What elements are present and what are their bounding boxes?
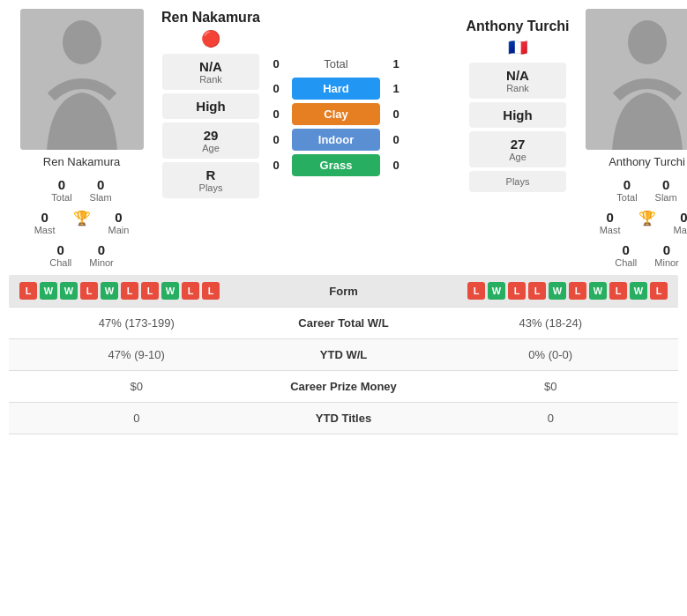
form-badge-l: L	[80, 282, 98, 300]
player1-stats: 0 Total 0 Slam 0 Mast 🏆 0 Main	[9, 175, 154, 268]
player2-age-value: 27	[469, 137, 566, 152]
player1-mast-label: Mast	[34, 225, 56, 235]
form-badge-l: L	[141, 282, 159, 300]
player2-slam: 0	[662, 177, 669, 192]
player2-mast: 0	[606, 210, 613, 225]
player1-name: Ren Nakamura	[43, 155, 120, 168]
player1-mast: 0	[41, 210, 48, 225]
total-row: 0 Total 1	[267, 57, 461, 71]
player1-plays-box: R Plays	[162, 162, 259, 198]
player1-slam-label: Slam	[90, 192, 112, 203]
clay-score2: 0	[387, 108, 405, 121]
player1-plays-value: R	[162, 167, 259, 182]
player1-total: 0	[58, 177, 65, 192]
player1-career-wl: 47% (173-199)	[9, 316, 265, 330]
form-badge-w: W	[40, 282, 57, 300]
form-badge-l: L	[202, 282, 220, 300]
player1-center-info: Ren Nakamura 🔴 N/A Rank High 29 Age R Pl…	[158, 9, 264, 268]
hard-score1: 0	[267, 82, 285, 95]
clay-row: 0 Clay 0	[267, 103, 461, 125]
clay-button[interactable]: Clay	[292, 103, 380, 125]
form-badge-l: L	[528, 282, 546, 300]
hard-row: 0 Hard 1	[267, 78, 461, 100]
player2-main: 0	[680, 210, 687, 225]
player1-main: 0	[115, 210, 122, 225]
player1-photo	[20, 9, 144, 150]
player1-age-box: 29 Age	[162, 122, 259, 159]
grass-button[interactable]: Grass	[292, 154, 380, 176]
player2-level-value: High	[469, 108, 566, 122]
form-badge-w: W	[60, 282, 78, 300]
player2-plays-box: Plays	[469, 171, 566, 192]
career-wl-label: Career Total W/L	[265, 316, 423, 330]
player2-main-label: Main	[674, 225, 688, 235]
indoor-button[interactable]: Indoor	[292, 129, 380, 151]
player1-minor-label: Minor	[89, 257, 114, 268]
form-badge-l: L	[19, 282, 37, 300]
player1-trophy-icon: 🏆	[73, 210, 91, 226]
player2-minor-label: Minor	[654, 257, 679, 268]
form-badge-w: W	[161, 282, 179, 300]
total-label: Total	[292, 57, 380, 71]
player2-total: 0	[624, 177, 631, 192]
form-badge-w: W	[630, 282, 647, 300]
player2-form-badges: LWLLWLWLWL	[388, 282, 668, 300]
form-section: LWWLWLLWLL Form LWLLWLWLWL	[9, 275, 678, 307]
player1-minor: 0	[98, 242, 105, 257]
player2-chall-label: Chall	[615, 257, 637, 268]
ytd-titles-label: YTD Titles	[265, 412, 423, 425]
svg-point-3	[628, 20, 667, 64]
player2-flag: 🇫🇷	[508, 38, 527, 57]
player2-center-info: Anthony Turchi 🇫🇷 N/A Rank High 27 Age P…	[465, 9, 571, 268]
player1-age-value: 29	[162, 128, 259, 143]
player1-total-label: Total	[51, 192, 71, 203]
player1-heading: Ren Nakamura	[161, 9, 260, 26]
player2-age-box: 27 Age	[469, 131, 566, 167]
player1-rank-box: N/A Rank	[162, 54, 259, 90]
ytd-wl-label: YTD W/L	[265, 348, 423, 361]
player2-minor: 0	[663, 242, 670, 257]
player1-plays-label: Plays	[162, 182, 259, 193]
player1-form-badges: LWWLWLLWLL	[19, 282, 300, 300]
total-score1: 0	[267, 57, 285, 71]
player2-trophy-icon: 🏆	[638, 210, 656, 226]
ytd-titles-row: 0 YTD Titles 0	[9, 403, 678, 434]
player1-rank-value: N/A	[162, 59, 259, 74]
player1-ytd-titles: 0	[9, 412, 265, 425]
player2-level-box: High	[469, 102, 566, 128]
player1-flag: 🔴	[201, 29, 220, 48]
form-badge-l: L	[650, 282, 668, 300]
prize-money-label: Career Prize Money	[265, 380, 423, 393]
grass-score2: 0	[387, 159, 405, 172]
ytd-wl-row: 47% (9-10) YTD W/L 0% (0-0)	[9, 339, 678, 371]
form-badge-l: L	[182, 282, 199, 300]
form-badge-w: W	[589, 282, 607, 300]
player1-level-value: High	[162, 99, 259, 114]
hard-score2: 1	[387, 82, 405, 95]
player1-prize-money: $0	[9, 380, 265, 393]
player2-mast-label: Mast	[600, 225, 621, 235]
player2-slam-label: Slam	[655, 192, 677, 203]
total-score2: 1	[387, 57, 405, 71]
player1-rank-label: Rank	[162, 74, 259, 85]
player2-age-label: Age	[469, 152, 566, 162]
svg-point-1	[63, 20, 101, 64]
surfaces-area: 0 Total 1 0 Hard 1 0 Clay 0 0 Indoor 0 0…	[267, 9, 461, 268]
career-wl-row: 47% (173-199) Career Total W/L 43% (18-2…	[9, 308, 678, 339]
player2-career-wl: 43% (18-24)	[423, 316, 679, 330]
prize-money-row: $0 Career Prize Money $0	[9, 371, 678, 403]
player2-ytd-wl: 0% (0-0)	[423, 348, 679, 361]
hard-button[interactable]: Hard	[292, 78, 380, 100]
player2-ytd-titles: 0	[423, 412, 679, 425]
player2-name: Anthony Turchi	[609, 155, 685, 168]
player1-age-label: Age	[162, 143, 259, 153]
indoor-row: 0 Indoor 0	[267, 129, 461, 151]
form-badge-l: L	[121, 282, 138, 300]
player2-rank-label: Rank	[469, 83, 566, 93]
form-badge-w: W	[488, 282, 505, 300]
player1-level-box: High	[162, 93, 259, 119]
player1-chall-label: Chall	[49, 257, 71, 268]
player2-prize-money: $0	[423, 380, 679, 393]
form-badge-l: L	[467, 282, 485, 300]
stats-table: 47% (173-199) Career Total W/L 43% (18-2…	[9, 307, 678, 434]
